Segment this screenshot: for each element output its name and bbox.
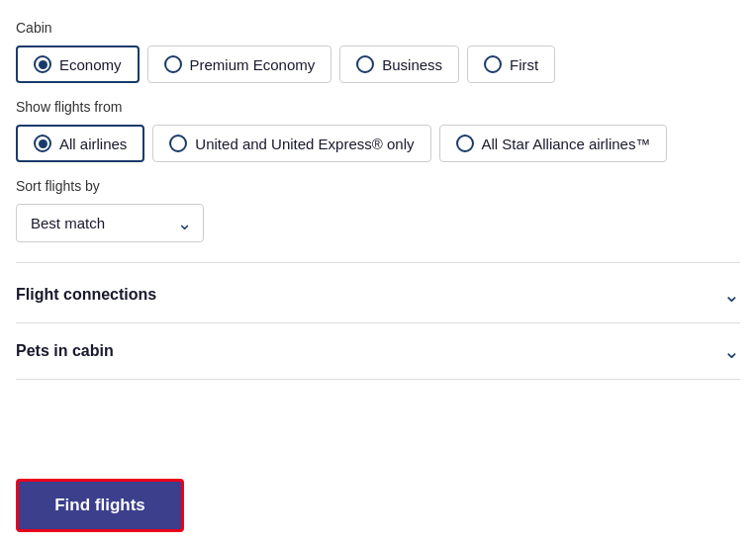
cabin-option-business[interactable]: Business — [339, 45, 459, 83]
radio-star-alliance-circle — [456, 135, 474, 152]
radio-all-airlines-circle — [34, 135, 51, 152]
pets-in-cabin-label: Pets in cabin — [16, 342, 114, 360]
flight-connections-label: Flight connections — [16, 286, 156, 304]
top-divider — [16, 262, 740, 263]
cabin-option-first-label: First — [510, 56, 538, 73]
pets-in-cabin-header[interactable]: Pets in cabin ⌄ — [16, 323, 740, 379]
show-flights-options: All airlines United and United Express® … — [16, 125, 740, 162]
cabin-option-business-label: Business — [382, 56, 442, 73]
sort-label: Sort flights by — [16, 178, 740, 194]
pets-in-cabin-section: Pets in cabin ⌄ — [16, 323, 740, 380]
flight-connections-section: Flight connections ⌄ — [16, 267, 740, 323]
cabin-label: Cabin — [16, 20, 740, 36]
sort-select[interactable]: Best match Lowest price Shortest duratio… — [16, 204, 204, 242]
show-flights-star-alliance[interactable]: All Star Alliance airlines™ — [439, 125, 668, 162]
show-flights-all-label: All airlines — [59, 136, 127, 152]
show-flights-label: Show flights from — [16, 99, 740, 115]
cabin-option-first[interactable]: First — [467, 45, 555, 83]
radio-united-circle — [169, 135, 187, 152]
cabin-option-premium-economy[interactable]: Premium Economy — [147, 45, 332, 83]
show-flights-star-alliance-label: All Star Alliance airlines™ — [482, 136, 651, 152]
radio-first-circle — [484, 55, 502, 73]
radio-business-circle — [356, 55, 374, 73]
flight-connections-chevron-icon: ⌄ — [723, 283, 740, 307]
show-flights-section: Show flights from All airlines United an… — [16, 99, 740, 162]
show-flights-all[interactable]: All airlines — [16, 125, 144, 162]
radio-premium-economy-circle — [164, 55, 182, 73]
sort-select-wrapper: Best match Lowest price Shortest duratio… — [16, 204, 204, 242]
page-container: Cabin Economy Premium Economy Business F… — [0, 0, 756, 544]
show-flights-united[interactable]: United and United Express® only — [152, 125, 430, 162]
flight-connections-header[interactable]: Flight connections ⌄ — [16, 267, 740, 322]
show-flights-united-label: United and United Express® only — [195, 136, 414, 152]
find-flights-button[interactable]: Find flights — [16, 479, 184, 532]
cabin-option-premium-economy-label: Premium Economy — [190, 56, 316, 73]
radio-economy-circle — [34, 55, 51, 73]
pets-in-cabin-chevron-icon: ⌄ — [723, 339, 740, 363]
sort-section: Sort flights by Best match Lowest price … — [16, 178, 740, 242]
cabin-option-economy[interactable]: Economy — [16, 45, 140, 83]
cabin-options: Economy Premium Economy Business First — [16, 45, 740, 83]
cabin-option-economy-label: Economy — [59, 56, 122, 73]
